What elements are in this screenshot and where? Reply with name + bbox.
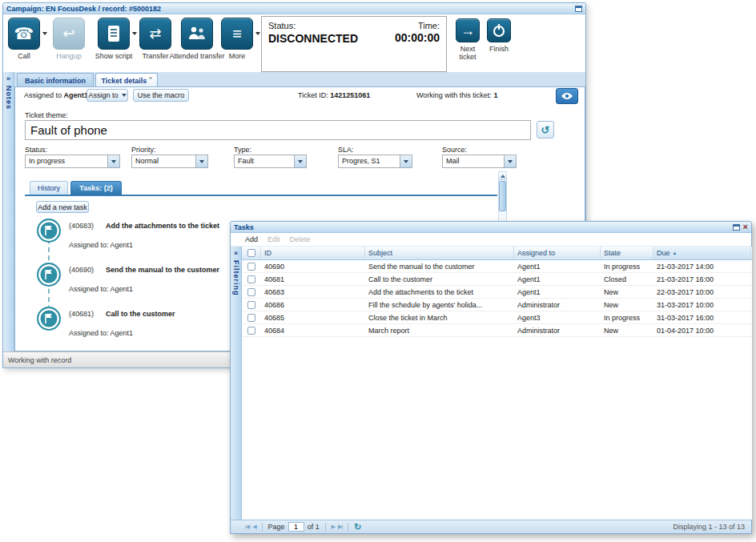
last-page-button[interactable]: ▶| [338, 524, 342, 530]
transfer-button[interactable]: ⇄ [139, 18, 171, 50]
ticket-theme-input[interactable] [25, 120, 531, 140]
table-row[interactable]: 40683 Add the attachments to the ticket … [242, 286, 752, 299]
source-combo-arrow[interactable] [504, 155, 516, 167]
restore-window-icon[interactable] [575, 6, 582, 12]
task-flag-button[interactable] [37, 219, 61, 243]
column-header-id[interactable]: ID [261, 247, 365, 259]
tab-basic-information[interactable]: Basic information [17, 73, 94, 87]
collapse-chevrons-icon[interactable]: » [3, 74, 14, 82]
task-flag-button[interactable] [37, 307, 61, 331]
tab-basic-information-label: Basic information [25, 77, 86, 85]
cell-state: In progress [601, 263, 653, 271]
row-checkbox[interactable] [247, 275, 255, 283]
column-header-assigned-to[interactable]: Assigned to [514, 247, 601, 259]
status-combo[interactable]: In progress [25, 155, 120, 168]
prev-page-button[interactable]: ◀ [252, 524, 255, 530]
hangup-button[interactable]: ↩ [53, 18, 85, 50]
main-window-titlebar[interactable]: Campaign: EN FocusDesk / record: #500018… [3, 3, 585, 14]
add-new-task-button[interactable]: Add a new task [36, 201, 89, 213]
scrollbar-thumb[interactable] [499, 181, 506, 211]
assign-to-button[interactable]: Assign to [86, 89, 128, 102]
collapse-chevrons-icon[interactable]: » [231, 249, 241, 257]
cell-id: 40686 [261, 301, 365, 309]
task-flag-button[interactable] [37, 263, 61, 287]
scroll-up-button[interactable] [499, 172, 506, 180]
eye-icon [561, 92, 573, 100]
pager-bar: |◀ ◀ Page of 1 ▶ ▶| ↻ Displaying 1 - 13 … [231, 520, 751, 533]
tasks-window-titlebar[interactable]: Tasks × [231, 222, 751, 233]
row-checkbox[interactable] [247, 314, 255, 322]
use-macro-button[interactable]: Use the macro [133, 89, 189, 102]
source-combo[interactable]: Mail [442, 155, 517, 168]
status-combo-value: In progress [29, 157, 65, 165]
column-header-due-label: Due [657, 249, 670, 257]
restore-window-icon[interactable] [733, 224, 740, 231]
filtering-strip-label: Filtering [232, 260, 240, 296]
cell-subject: Fill the schedule by agents' holida... [365, 301, 514, 309]
status-bar-text: Working with record [8, 356, 71, 364]
cell-state: New [601, 327, 653, 335]
type-combo[interactable]: Fault [234, 155, 307, 168]
tab-history[interactable]: History [30, 181, 68, 195]
cell-due: 22-03-2017 10:00 [653, 288, 751, 296]
cell-due: 21-03-2017 14:00 [653, 263, 751, 271]
watch-ticket-button[interactable] [556, 88, 578, 104]
more-dropdown-arrow-icon[interactable] [255, 32, 260, 35]
page-number-input[interactable] [288, 522, 304, 532]
select-all-checkbox[interactable] [247, 249, 255, 257]
theme-history-button[interactable]: ↺ [537, 121, 554, 139]
delete-task-button[interactable]: Delete [290, 235, 311, 243]
working-with-ticket-line: Working with this ticket: 1 [416, 91, 497, 99]
attended-transfer-button[interactable] [181, 18, 213, 50]
status-label: Status: [268, 21, 296, 30]
sla-combo[interactable]: Progres, S1 [338, 155, 412, 168]
tab-tasks[interactable]: Tasks: (2) [70, 181, 122, 195]
task-title[interactable]: Add the attachments to the ticket [106, 222, 219, 230]
row-checkbox[interactable] [247, 263, 255, 271]
edit-task-button[interactable]: Edit [267, 235, 280, 243]
add-task-button[interactable]: Add [245, 235, 258, 243]
sort-ascending-icon: ▲ [673, 251, 678, 255]
first-page-button[interactable]: |◀ [245, 524, 249, 530]
table-row[interactable]: 40690 Send the manual to the customer Ag… [242, 260, 752, 273]
people-icon [187, 26, 207, 42]
more-button[interactable]: ≡ [221, 18, 253, 50]
column-header-due[interactable]: Due ▲ [653, 247, 751, 259]
close-window-icon[interactable]: × [743, 223, 748, 231]
column-header-state[interactable]: State [601, 247, 653, 259]
refresh-icon[interactable]: ↻ [354, 522, 361, 532]
next-ticket-button[interactable]: → [456, 18, 480, 42]
tab-ticket-details[interactable]: Ticket details * [95, 73, 158, 87]
call-dropdown-arrow-icon[interactable] [42, 32, 47, 35]
document-icon [107, 25, 121, 42]
table-row[interactable]: 40684 March report Administrator New 01-… [242, 324, 752, 337]
cell-subject: Add the attachments to the ticket [365, 288, 514, 296]
row-checkbox[interactable] [247, 327, 255, 335]
row-checkbox[interactable] [247, 288, 255, 296]
task-title[interactable]: Call to the customer [106, 310, 175, 318]
table-row[interactable]: 40685 Close the ticket in March Agent3 I… [242, 311, 752, 324]
priority-combo[interactable]: Normal [131, 155, 208, 168]
show-script-dropdown-arrow-icon[interactable] [132, 32, 137, 35]
priority-combo-arrow[interactable] [195, 155, 207, 167]
use-macro-button-label: Use the macro [138, 91, 185, 99]
sla-combo-arrow[interactable] [400, 155, 412, 167]
row-checkbox[interactable] [247, 301, 255, 309]
assigned-to-line: Assigned to Agent1 [24, 91, 88, 99]
status-combo-arrow[interactable] [107, 155, 119, 167]
table-row[interactable]: 40681 Call to the customer Agent1 Closed… [242, 273, 752, 286]
next-page-button[interactable]: ▶ [332, 524, 335, 530]
column-header-subject[interactable]: Subject [365, 247, 514, 259]
cell-assigned-to: Agent1 [514, 275, 601, 283]
pager-separator [348, 523, 348, 532]
cell-state: New [601, 301, 653, 309]
finish-button[interactable] [487, 18, 511, 42]
cell-subject: Call to the customer [365, 275, 514, 283]
column-header-id-label: ID [264, 249, 271, 257]
task-title[interactable]: Send the manual to the customer [106, 266, 219, 274]
table-row[interactable]: 40686 Fill the schedule by agents' holid… [242, 299, 752, 311]
type-combo-arrow[interactable] [294, 155, 306, 167]
time-label: Time: [418, 21, 440, 30]
show-script-button[interactable] [98, 18, 130, 50]
call-button[interactable]: ☎ [8, 18, 40, 50]
